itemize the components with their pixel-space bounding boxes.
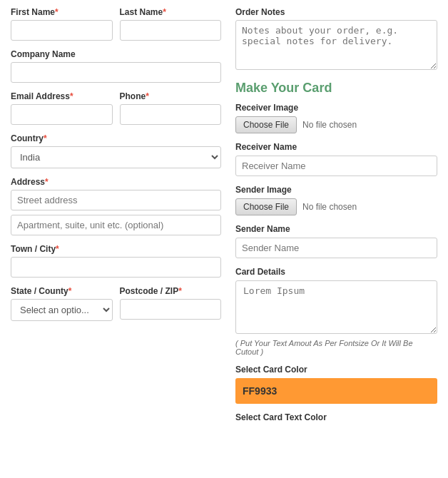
card-details-textarea[interactable] xyxy=(235,280,437,334)
receiver-name-label: Receiver Name xyxy=(235,142,437,152)
email-label: Email Address* xyxy=(11,91,113,101)
phone-group: Phone* xyxy=(120,91,222,125)
email-group: Email Address* xyxy=(11,91,113,125)
select-card-color-group: Select Card Color FF9933 xyxy=(235,365,437,404)
make-your-card-title: Make Your Card xyxy=(235,81,437,96)
email-input[interactable] xyxy=(11,104,113,125)
first-name-input[interactable] xyxy=(11,20,113,41)
select-card-text-color-group: Select Card Text Color xyxy=(235,412,437,422)
receiver-no-file-text: No file chosen xyxy=(302,120,357,130)
address-group: Address* xyxy=(11,177,221,235)
receiver-choose-file-button[interactable]: Choose File xyxy=(235,116,297,133)
order-notes-label: Order Notes xyxy=(235,7,437,17)
company-name-label: Company Name xyxy=(11,49,221,59)
company-name-input[interactable] xyxy=(11,62,221,83)
receiver-name-group: Receiver Name xyxy=(235,142,437,176)
order-notes-textarea[interactable] xyxy=(235,20,437,70)
sender-image-label: Sender Image xyxy=(235,185,437,195)
postcode-group: Postcode / ZIP* xyxy=(120,286,222,321)
cutout-note: ( Put Your Text Amout As Per Fontsize Or… xyxy=(235,339,437,356)
last-name-label: Last Name* xyxy=(120,7,222,17)
sender-image-group: Sender Image Choose File No file chosen xyxy=(235,185,437,215)
receiver-name-input[interactable] xyxy=(235,156,437,176)
first-name-label: First Name* xyxy=(11,7,113,17)
address-label: Address* xyxy=(11,177,221,187)
select-card-text-color-label: Select Card Text Color xyxy=(235,412,437,422)
town-label: Town / City* xyxy=(11,244,221,254)
country-select[interactable]: India xyxy=(11,146,221,168)
country-label: Country* xyxy=(11,133,221,143)
sender-name-input[interactable] xyxy=(235,238,437,258)
town-input[interactable] xyxy=(11,257,221,278)
postcode-label: Postcode / ZIP* xyxy=(120,286,222,296)
sender-name-group: Sender Name xyxy=(235,224,437,258)
street-address-input[interactable] xyxy=(11,190,221,210)
phone-input[interactable] xyxy=(120,104,222,125)
select-card-color-label: Select Card Color xyxy=(235,365,437,375)
right-column: Order Notes Make Your Card Receiver Imag… xyxy=(235,7,437,431)
sender-no-file-text: No file chosen xyxy=(302,202,357,212)
apt-input[interactable] xyxy=(11,215,221,235)
first-name-group: First Name* xyxy=(11,7,113,41)
card-details-label: Card Details xyxy=(235,267,437,277)
card-details-group: Card Details ( Put Your Text Amout As Pe… xyxy=(235,267,437,356)
town-group: Town / City* xyxy=(11,244,221,278)
receiver-image-label: Receiver Image xyxy=(235,103,437,113)
receiver-image-group: Receiver Image Choose File No file chose… xyxy=(235,103,437,133)
left-column: First Name* Last Name* Company Name Emai… xyxy=(11,7,221,431)
phone-label: Phone* xyxy=(120,91,222,101)
sender-name-label: Sender Name xyxy=(235,224,437,234)
sender-choose-file-button[interactable]: Choose File xyxy=(235,198,297,215)
country-group: Country* India xyxy=(11,133,221,168)
last-name-input[interactable] xyxy=(120,20,222,41)
state-select[interactable]: Select an optio... xyxy=(11,299,113,321)
state-label: State / County* xyxy=(11,286,113,296)
receiver-image-file-row: Choose File No file chosen xyxy=(235,116,437,133)
last-name-group: Last Name* xyxy=(120,7,222,41)
postcode-input[interactable] xyxy=(120,299,222,320)
state-group: State / County* Select an optio... xyxy=(11,286,113,321)
sender-image-file-row: Choose File No file chosen xyxy=(235,198,437,215)
order-notes-group: Order Notes xyxy=(235,7,437,72)
company-name-group: Company Name xyxy=(11,49,221,83)
card-color-box[interactable]: FF9933 xyxy=(235,378,437,404)
